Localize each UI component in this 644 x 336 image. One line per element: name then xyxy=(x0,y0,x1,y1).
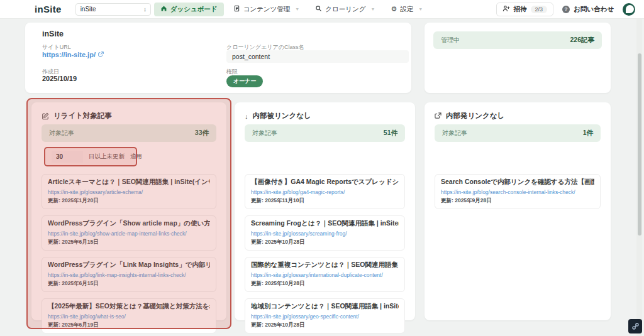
article-item: 地域別コンテンツとは？｜SEO関連用語集 | inSite(インサイト)http… xyxy=(245,298,405,333)
target-articles-label: 対象記事 xyxy=(252,129,277,138)
article-title: 【2025年最新】SEO対策とは？基礎知識と対策方法をわかりやすく… xyxy=(48,302,210,311)
article-updated: 更新: 2025年9月28日 xyxy=(441,197,594,205)
nav-dashboard-label: ダッシュボード xyxy=(170,5,218,14)
nav-settings-label: 設定 xyxy=(400,5,413,14)
class-name-field: post_content xyxy=(226,50,409,63)
article-item: Search Consoleで内部リンクを確認する方法【画面キャプチャで詳…ht… xyxy=(435,174,601,209)
article-item: 【画像付き】GA4 Magic ReportsでスプレッドシートとGA4を自動…… xyxy=(245,174,405,209)
article-title: Articleスキーマとは？｜SEO関連用語集 | inSite(インサイト) xyxy=(48,178,210,187)
chevron-down-icon: ▼ xyxy=(371,7,375,11)
managed-articles-card: 管理中 226記事 xyxy=(425,23,611,93)
article-item: 国際的な重複コンテンツとは？｜SEO関連用語集 | inSite(インサイト)h… xyxy=(245,257,405,292)
article-title: 地域別コンテンツとは？｜SEO関連用語集 | inSite(インサイト) xyxy=(251,302,399,311)
no-inbound-links-card: ↓ 内部被リンクなし 対象記事 51件 【画像付き】GA4 Magic Repo… xyxy=(235,102,415,320)
article-url-link[interactable]: https://in-site.jp/blog/ga4-magic-report… xyxy=(251,189,399,195)
days-filter-label: 日以上未更新 xyxy=(89,153,125,161)
document-icon xyxy=(233,5,240,13)
article-url-link[interactable]: https://in-site.jp/blog/show-article-map… xyxy=(48,230,210,237)
target-articles-label: 対象記事 xyxy=(442,129,467,138)
app-logo: inSite xyxy=(35,4,62,14)
scrollbar-thumb[interactable] xyxy=(638,53,641,236)
no-outbound-article-list: Search Consoleで内部リンクを確認する方法【画面キャプチャで詳…ht… xyxy=(435,174,601,215)
article-url-link[interactable]: https://in-site.jp/glossary/internationa… xyxy=(251,272,399,278)
invite-button[interactable]: 招待 2/3 xyxy=(496,3,554,16)
no-outbound-count-bar: 対象記事 1件 xyxy=(435,124,601,142)
rewrite-targets-card: リライト対象記事 対象記事 33件 日以上未更新 適用 Articleスキーマと… xyxy=(31,102,226,320)
no-inbound-count: 51件 xyxy=(384,129,397,138)
site-title: inSite xyxy=(42,30,64,38)
article-url-link[interactable]: https://in-site.jp/glossary/article-sche… xyxy=(48,189,210,195)
article-updated: 更新: 2025年10月28日 xyxy=(251,239,399,246)
article-item: WordPressプラグイン「Link Map Insights」で内部リンクを… xyxy=(42,257,216,292)
no-outbound-title: 内部発リンクなし xyxy=(446,111,504,121)
external-link-icon xyxy=(98,51,104,58)
article-item: 【2025年最新】SEO対策とは？基礎知識と対策方法をわかりやすく…https:… xyxy=(42,298,216,333)
article-title: 国際的な重複コンテンツとは？｜SEO関連用語集 | inSite(インサイト) xyxy=(251,261,399,269)
nav-crawling-label: クローリング xyxy=(325,5,365,14)
chevron-down-icon: ▼ xyxy=(418,7,423,11)
site-url-text: https://in-site.jp/ xyxy=(42,51,96,58)
article-title: 【画像付き】GA4 Magic ReportsでスプレッドシートとGA4を自動… xyxy=(251,178,399,187)
article-url-link[interactable]: https://in-site.jp/blog/what-is-seo/ xyxy=(48,313,210,320)
article-title: WordPressプラグイン「Show article map」の使い方を解説 xyxy=(48,219,210,228)
article-url-link[interactable]: https://in-site.jp/glossary/geo-specific… xyxy=(251,313,399,320)
target-articles-label: 対象記事 xyxy=(49,129,74,138)
rewrite-article-list: Articleスキーマとは？｜SEO関連用語集 | inSite(インサイト)h… xyxy=(42,174,216,336)
article-title: Screaming Frogとは？｜SEO関連用語集 | inSite(インサイ… xyxy=(251,219,399,228)
site-info-card: inSite サイトURL https://in-site.jp/ 作成日 20… xyxy=(25,23,411,93)
site-url-link[interactable]: https://in-site.jp/ xyxy=(42,51,104,58)
no-outbound-header: 内部発リンクなし xyxy=(435,111,504,121)
external-link-icon xyxy=(435,112,441,119)
select-chevrons-icon: ▴▾ xyxy=(144,7,146,12)
apply-button[interactable]: 適用 xyxy=(130,153,142,161)
article-url-link[interactable]: https://in-site.jp/glossary/screaming-fr… xyxy=(251,230,399,237)
days-filter-row: 日以上未更新 適用 xyxy=(52,151,142,163)
article-url-link[interactable]: https://in-site.jp/blog/search-console-i… xyxy=(441,189,594,195)
nav-crawling[interactable]: クローリング ▼ xyxy=(309,3,381,16)
article-updated: 更新: 2025年6月15日 xyxy=(48,239,210,246)
article-updated: 更新: 2025年10月28日 xyxy=(251,322,399,329)
edit-icon xyxy=(42,112,49,120)
gear-icon: ⚙ xyxy=(391,5,397,13)
nav-dashboard[interactable]: ダッシュボード xyxy=(154,3,224,16)
article-title: WordPressプラグイン「Link Map Insights」で内部リンクを… xyxy=(48,261,210,269)
person-plus-icon xyxy=(502,5,510,14)
nav-settings[interactable]: ⚙ 設定 ▼ xyxy=(384,3,429,16)
days-input[interactable] xyxy=(52,151,83,163)
article-updated: 更新: 2025年10月28日 xyxy=(251,280,399,288)
article-url-link[interactable]: https://in-site.jp/blog/link-map-insight… xyxy=(48,272,210,278)
created-value: 2025/10/19 xyxy=(42,75,77,82)
article-updated: 更新: 2025年6月19日 xyxy=(48,322,210,329)
link-icon xyxy=(631,322,640,330)
link-badge-button[interactable] xyxy=(628,319,642,333)
navbar-right-group: 招待 2/3 ? お問い合わせ xyxy=(496,3,636,16)
invite-label: 招待 xyxy=(514,5,527,14)
rewrite-targets-header: リライト対象記事 xyxy=(42,111,112,121)
no-inbound-count-bar: 対象記事 51件 xyxy=(245,124,405,142)
question-icon: ? xyxy=(562,6,570,13)
avatar[interactable] xyxy=(623,3,635,16)
rewrite-count: 33件 xyxy=(195,129,209,138)
no-outbound-links-card: 内部発リンクなし 対象記事 1件 Search Consoleで内部リンクを確認… xyxy=(425,102,611,320)
no-outbound-count: 1件 xyxy=(583,129,593,138)
owner-badge: オーナー xyxy=(226,75,263,87)
nav-content-label: コンテンツ管理 xyxy=(243,5,291,14)
article-updated: 更新: 2025年6月15日 xyxy=(48,280,210,288)
article-item: WordPressプラグイン「Show article map」の使い方を解説h… xyxy=(42,215,216,251)
nav-content-management[interactable]: コンテンツ管理 ▼ xyxy=(227,3,306,16)
contact-link[interactable]: ? お問い合わせ xyxy=(562,5,614,14)
search-icon xyxy=(315,5,322,13)
article-updated: 更新: 2025年11月10日 xyxy=(251,197,399,205)
no-inbound-header: ↓ 内部被リンクなし xyxy=(245,111,311,121)
rewrite-targets-title: リライト対象記事 xyxy=(53,111,112,121)
article-title: Search Consoleで内部リンクを確認する方法【画面キャプチャで詳… xyxy=(441,178,594,187)
site-select-dropdown[interactable]: inSite ▴▾ xyxy=(75,3,151,16)
role-badge-wrap: オーナー xyxy=(226,74,263,87)
managed-label: 管理中 xyxy=(441,36,460,45)
no-inbound-article-list: 【画像付き】GA4 Magic ReportsでスプレッドシートとGA4を自動…… xyxy=(245,174,405,336)
home-icon xyxy=(160,5,167,13)
arrow-down-icon: ↓ xyxy=(245,112,248,120)
top-navbar: inSite inSite ▴▾ ダッシュボード コンテンツ管理 ▼ クローリン… xyxy=(0,0,644,19)
invite-count-badge: 2/3 xyxy=(531,6,548,13)
no-inbound-title: 内部被リンクなし xyxy=(253,111,311,121)
